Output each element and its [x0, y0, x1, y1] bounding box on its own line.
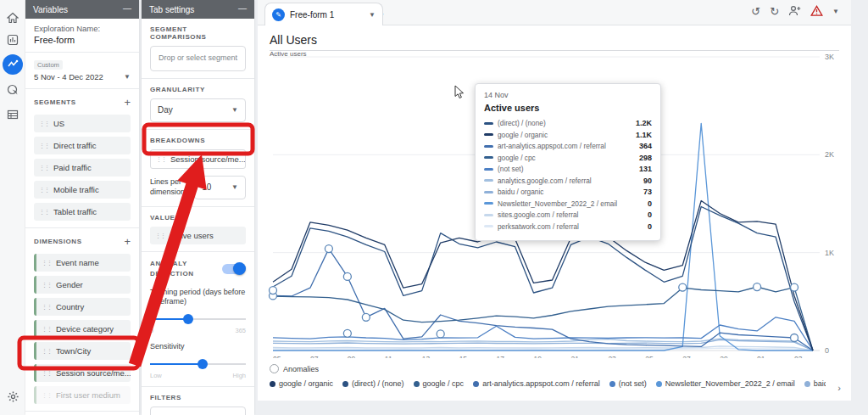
- dimension-chip-highlighted[interactable]: ⋮⋮Session source/me...: [34, 364, 131, 382]
- exploration-name-label: Exploration Name:: [34, 24, 131, 33]
- chevron-down-icon[interactable]: ▼: [369, 11, 376, 19]
- variables-header: Variables —: [25, 0, 139, 19]
- share-add-user-icon[interactable]: [788, 5, 801, 18]
- svg-text:25: 25: [645, 355, 654, 358]
- dimensions-list: ⋮⋮Event name⋮⋮Gender⋮⋮Country⋮⋮Device ca…: [34, 254, 131, 404]
- legend-next-icon[interactable]: ›: [837, 383, 841, 393]
- drag-handle-icon: ⋮⋮: [42, 370, 52, 376]
- tab-free-form[interactable]: ✎ Free-form 1 ▼: [264, 3, 383, 25]
- undo-icon[interactable]: ↺: [751, 6, 760, 17]
- chevron-down-icon: ▼: [124, 73, 131, 81]
- tooltip-row: (direct) / (none)1.2K: [484, 119, 652, 127]
- svg-text:13: 13: [422, 355, 431, 358]
- segment-drop-zone[interactable]: Drop or select segment: [150, 46, 246, 71]
- draggable-chip[interactable]: ⋮⋮Mobile traffic: [34, 181, 131, 199]
- sensitivity-max-label: High: [233, 372, 246, 379]
- redo-icon[interactable]: ↻: [770, 6, 779, 17]
- exploration-name-value[interactable]: Free-form: [34, 35, 131, 45]
- home-icon[interactable]: [5, 10, 20, 25]
- chevron-down-icon[interactable]: ▼: [832, 8, 839, 15]
- library-icon[interactable]: [5, 107, 20, 122]
- reports-icon[interactable]: [5, 32, 20, 48]
- chart-legend: Anomalies google / organic(direct) / (no…: [270, 364, 843, 388]
- tab-settings-title: Tab settings: [149, 5, 194, 14]
- svg-text:27: 27: [682, 355, 691, 358]
- legend-items: google / organic(direct) / (none)google …: [270, 379, 826, 388]
- granularity-select[interactable]: Day ▼: [150, 98, 246, 122]
- values-label: VALUES: [150, 214, 246, 222]
- sensitivity-slider[interactable]: [150, 358, 246, 370]
- svg-text:01: 01: [757, 355, 765, 358]
- draggable-chip[interactable]: ⋮⋮Tablet traffic: [34, 203, 131, 221]
- tooltip-metric: Active users: [484, 103, 652, 113]
- draggable-chip[interactable]: ⋮⋮Paid traffic: [34, 159, 131, 177]
- add-dimension-button[interactable]: +: [124, 235, 131, 248]
- svg-text:17: 17: [497, 355, 505, 358]
- dimensions-label: DIMENSIONS: [34, 238, 82, 245]
- legend-item[interactable]: (not set): [609, 379, 647, 388]
- left-nav-rail: [0, 0, 25, 415]
- training-period-label: Training period (days before timeframe): [150, 288, 246, 307]
- legend-item[interactable]: google / cpc: [414, 379, 465, 388]
- draggable-chip[interactable]: ⋮⋮Event name: [34, 254, 131, 272]
- draggable-chip[interactable]: ⋮⋮Country: [34, 298, 131, 316]
- anomaly-marker: [754, 283, 761, 291]
- filters-drop-zone[interactable]: Drop or select dimension or metric: [150, 407, 246, 415]
- values-chip-label: Active users: [170, 231, 214, 240]
- tooltip-date: 14 Nov: [484, 91, 652, 99]
- draggable-chip[interactable]: ⋮⋮Device category: [34, 320, 131, 338]
- date-range-value: 5 Nov - 4 Dec 2022: [34, 72, 103, 81]
- drag-handle-icon: ⋮⋮: [156, 156, 166, 162]
- hover-tooltip: 14 Nov Active users (direct) / (none)1.2…: [475, 83, 661, 241]
- minimize-icon[interactable]: —: [123, 3, 131, 13]
- legend-item[interactable]: baidu / organic: [804, 379, 826, 388]
- warning-icon[interactable]: [810, 5, 823, 18]
- svg-text:19: 19: [534, 355, 542, 358]
- anomalies-checkbox[interactable]: [270, 364, 279, 373]
- draggable-chip[interactable]: ⋮⋮Gender: [34, 276, 131, 294]
- svg-text:23: 23: [608, 355, 616, 358]
- series-line: [273, 249, 813, 351]
- segment-comparisons-label: SEGMENT COMPARISONS: [150, 25, 246, 41]
- tab-label: Free-form 1: [290, 10, 364, 20]
- legend-item[interactable]: (direct) / (none): [342, 379, 404, 388]
- chevron-down-icon: ▼: [231, 106, 238, 114]
- svg-text:1K: 1K: [825, 249, 834, 257]
- draggable-chip[interactable]: ⋮⋮Direct traffic: [34, 137, 131, 154]
- anomaly-marker: [679, 283, 687, 291]
- advertising-icon[interactable]: [5, 82, 20, 98]
- variables-title: Variables: [33, 5, 68, 14]
- drag-handle-icon: ⋮⋮: [42, 260, 52, 266]
- values-chip[interactable]: ⋮⋮ Active users: [150, 227, 246, 244]
- add-segment-button[interactable]: +: [124, 96, 131, 109]
- drag-handle-icon: ⋮⋮: [42, 326, 52, 332]
- chevron-down-icon: ▼: [231, 183, 238, 191]
- anomaly-marker: [325, 245, 332, 253]
- training-period-slider[interactable]: [150, 313, 246, 325]
- anomaly-detection-toggle[interactable]: [222, 264, 246, 274]
- tooltip-row: baidu / organic73: [484, 188, 652, 196]
- draggable-chip[interactable]: ⋮⋮Town/City: [34, 342, 131, 360]
- drag-handle-icon: ⋮⋮: [39, 187, 49, 193]
- tooltip-row: analytics.google.com / referral90: [484, 177, 652, 185]
- svg-text:29: 29: [720, 355, 728, 358]
- explore-icon[interactable]: [3, 54, 23, 75]
- legend-item[interactable]: Newsletter_November_2022_2 / email: [656, 379, 795, 388]
- tooltip-row: art-analytics.appspot.com / referral364: [484, 142, 652, 150]
- granularity-value: Day: [158, 105, 173, 115]
- draggable-chip[interactable]: ⋮⋮US: [34, 115, 131, 132]
- legend-item[interactable]: art-analytics.appspot.com / referral: [473, 379, 600, 388]
- mouse-cursor: [454, 85, 465, 99]
- date-range-selector[interactable]: 5 Nov - 4 Dec 2022 ▼: [34, 72, 131, 81]
- training-max-label: 365: [235, 327, 246, 334]
- lines-per-dimension-select[interactable]: 10 ▼: [194, 176, 246, 199]
- tooltip-row: perksatwork.com / referral0: [484, 222, 652, 231]
- svg-text:09: 09: [348, 355, 356, 358]
- svg-text:15: 15: [459, 355, 468, 358]
- legend-item[interactable]: google / organic: [270, 379, 333, 388]
- settings-gear-icon[interactable]: [5, 389, 20, 404]
- minimize-icon[interactable]: —: [238, 3, 247, 13]
- breakdown-chip[interactable]: ⋮⋮ Session source/me...: [150, 149, 246, 169]
- anomaly-marker: [270, 287, 277, 294]
- draggable-chip[interactable]: ⋮⋮First user medium: [34, 386, 131, 404]
